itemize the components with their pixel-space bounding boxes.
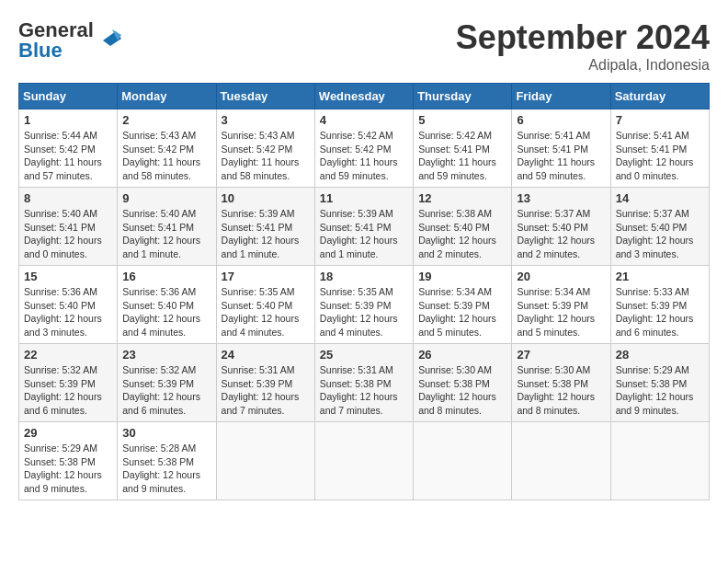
- day-info: Sunrise: 5:44 AM Sunset: 5:42 PM Dayligh…: [24, 130, 102, 181]
- table-row: 7 Sunrise: 5:41 AM Sunset: 5:41 PM Dayli…: [610, 109, 709, 188]
- month-title: September 2024: [456, 18, 710, 57]
- table-row: 19 Sunrise: 5:34 AM Sunset: 5:39 PM Dayl…: [414, 266, 512, 344]
- location: Adipala, Indonesia: [456, 57, 710, 74]
- table-row: [216, 422, 314, 500]
- day-number: 16: [122, 270, 210, 283]
- day-info: Sunrise: 5:28 AM Sunset: 5:38 PM Dayligh…: [122, 442, 200, 494]
- table-row: 6 Sunrise: 5:41 AM Sunset: 5:41 PM Dayli…: [512, 109, 610, 188]
- day-info: Sunrise: 5:35 AM Sunset: 5:39 PM Dayligh…: [320, 286, 398, 338]
- day-info: Sunrise: 5:43 AM Sunset: 5:42 PM Dayligh…: [222, 130, 300, 181]
- table-row: 14 Sunrise: 5:37 AM Sunset: 5:40 PM Dayl…: [610, 188, 709, 266]
- day-info: Sunrise: 5:41 AM Sunset: 5:41 PM Dayligh…: [616, 130, 694, 181]
- table-row: 2 Sunrise: 5:43 AM Sunset: 5:42 PM Dayli…: [118, 109, 216, 188]
- day-number: 25: [320, 348, 408, 362]
- day-info: Sunrise: 5:32 AM Sunset: 5:39 PM Dayligh…: [122, 364, 200, 416]
- table-row: 29 Sunrise: 5:29 AM Sunset: 5:38 PM Dayl…: [19, 422, 118, 500]
- table-row: 16 Sunrise: 5:36 AM Sunset: 5:40 PM Dayl…: [118, 266, 216, 344]
- day-number: 5: [418, 113, 506, 127]
- logo-text: GeneralBlue: [18, 18, 94, 63]
- table-row: 26 Sunrise: 5:30 AM Sunset: 5:38 PM Dayl…: [414, 344, 512, 422]
- table-row: 8 Sunrise: 5:40 AM Sunset: 5:41 PM Dayli…: [19, 188, 118, 266]
- header-wednesday: Wednesday: [314, 84, 413, 109]
- day-number: 13: [517, 191, 605, 205]
- table-row: [414, 422, 512, 500]
- table-row: 28 Sunrise: 5:29 AM Sunset: 5:38 PM Dayl…: [610, 344, 709, 422]
- day-info: Sunrise: 5:36 AM Sunset: 5:40 PM Dayligh…: [122, 286, 200, 338]
- day-number: 11: [320, 191, 408, 205]
- day-info: Sunrise: 5:39 AM Sunset: 5:41 PM Dayligh…: [320, 208, 398, 259]
- day-number: 3: [222, 113, 310, 127]
- day-info: Sunrise: 5:34 AM Sunset: 5:39 PM Dayligh…: [517, 286, 595, 338]
- day-number: 22: [24, 348, 112, 362]
- day-info: Sunrise: 5:29 AM Sunset: 5:38 PM Dayligh…: [616, 364, 694, 416]
- day-number: 1: [24, 113, 112, 127]
- day-number: 18: [320, 270, 408, 283]
- day-number: 14: [616, 191, 704, 205]
- table-row: 27 Sunrise: 5:30 AM Sunset: 5:38 PM Dayl…: [512, 344, 610, 422]
- table-row: 20 Sunrise: 5:34 AM Sunset: 5:39 PM Dayl…: [512, 266, 610, 344]
- day-info: Sunrise: 5:40 AM Sunset: 5:41 PM Dayligh…: [24, 208, 102, 259]
- day-info: Sunrise: 5:33 AM Sunset: 5:39 PM Dayligh…: [616, 286, 694, 338]
- table-row: 4 Sunrise: 5:42 AM Sunset: 5:42 PM Dayli…: [314, 109, 413, 188]
- day-info: Sunrise: 5:39 AM Sunset: 5:41 PM Dayligh…: [222, 208, 300, 259]
- day-number: 21: [616, 270, 704, 283]
- day-info: Sunrise: 5:35 AM Sunset: 5:40 PM Dayligh…: [222, 286, 300, 338]
- header-monday: Monday: [118, 84, 216, 109]
- table-row: [512, 422, 610, 500]
- calendar-table: Sunday Monday Tuesday Wednesday Thursday…: [18, 83, 710, 500]
- day-number: 29: [24, 426, 112, 440]
- day-number: 12: [418, 191, 506, 205]
- table-row: 10 Sunrise: 5:39 AM Sunset: 5:41 PM Dayl…: [216, 188, 314, 266]
- day-number: 23: [122, 348, 210, 362]
- table-row: 15 Sunrise: 5:36 AM Sunset: 5:40 PM Dayl…: [19, 266, 118, 344]
- day-number: 26: [418, 348, 506, 362]
- table-row: 11 Sunrise: 5:39 AM Sunset: 5:41 PM Dayl…: [314, 188, 413, 266]
- day-number: 10: [222, 191, 310, 205]
- header-tuesday: Tuesday: [216, 84, 314, 109]
- day-number: 30: [122, 426, 210, 440]
- day-number: 15: [24, 270, 112, 283]
- day-number: 7: [616, 113, 704, 127]
- day-info: Sunrise: 5:31 AM Sunset: 5:39 PM Dayligh…: [222, 364, 300, 416]
- table-row: 3 Sunrise: 5:43 AM Sunset: 5:42 PM Dayli…: [216, 109, 314, 188]
- day-info: Sunrise: 5:34 AM Sunset: 5:39 PM Dayligh…: [418, 286, 496, 338]
- day-info: Sunrise: 5:38 AM Sunset: 5:40 PM Dayligh…: [418, 208, 496, 259]
- day-info: Sunrise: 5:30 AM Sunset: 5:38 PM Dayligh…: [418, 364, 496, 416]
- day-info: Sunrise: 5:41 AM Sunset: 5:41 PM Dayligh…: [517, 130, 595, 181]
- day-info: Sunrise: 5:42 AM Sunset: 5:41 PM Dayligh…: [418, 130, 496, 181]
- day-number: 24: [222, 348, 310, 362]
- day-info: Sunrise: 5:29 AM Sunset: 5:38 PM Dayligh…: [24, 442, 102, 494]
- table-row: 1 Sunrise: 5:44 AM Sunset: 5:42 PM Dayli…: [19, 109, 118, 188]
- day-number: 9: [122, 191, 210, 205]
- table-row: [610, 422, 709, 500]
- table-row: 25 Sunrise: 5:31 AM Sunset: 5:38 PM Dayl…: [314, 344, 413, 422]
- day-number: 4: [320, 113, 408, 127]
- logo: GeneralBlue: [18, 18, 123, 63]
- day-info: Sunrise: 5:32 AM Sunset: 5:39 PM Dayligh…: [24, 364, 102, 416]
- day-info: Sunrise: 5:31 AM Sunset: 5:38 PM Dayligh…: [320, 364, 398, 416]
- page-header: GeneralBlue September 2024 Adipala, Indo…: [18, 18, 710, 74]
- table-row: 12 Sunrise: 5:38 AM Sunset: 5:40 PM Dayl…: [414, 188, 512, 266]
- day-number: 19: [418, 270, 506, 283]
- day-number: 8: [24, 191, 112, 205]
- header-thursday: Thursday: [414, 84, 512, 109]
- title-block: September 2024 Adipala, Indonesia: [456, 18, 710, 74]
- table-row: 5 Sunrise: 5:42 AM Sunset: 5:41 PM Dayli…: [414, 109, 512, 188]
- day-number: 6: [517, 113, 605, 127]
- table-row: 22 Sunrise: 5:32 AM Sunset: 5:39 PM Dayl…: [19, 344, 118, 422]
- day-number: 20: [517, 270, 605, 283]
- day-info: Sunrise: 5:40 AM Sunset: 5:41 PM Dayligh…: [122, 208, 200, 259]
- table-row: 18 Sunrise: 5:35 AM Sunset: 5:39 PM Dayl…: [314, 266, 413, 344]
- day-info: Sunrise: 5:42 AM Sunset: 5:42 PM Dayligh…: [320, 130, 398, 181]
- table-row: 21 Sunrise: 5:33 AM Sunset: 5:39 PM Dayl…: [610, 266, 709, 344]
- header-saturday: Saturday: [610, 84, 709, 109]
- table-row: 24 Sunrise: 5:31 AM Sunset: 5:39 PM Dayl…: [216, 344, 314, 422]
- table-row: 23 Sunrise: 5:32 AM Sunset: 5:39 PM Dayl…: [118, 344, 216, 422]
- day-number: 17: [222, 270, 310, 283]
- table-row: 30 Sunrise: 5:28 AM Sunset: 5:38 PM Dayl…: [118, 422, 216, 500]
- day-info: Sunrise: 5:37 AM Sunset: 5:40 PM Dayligh…: [616, 208, 694, 259]
- logo-icon: [96, 22, 123, 50]
- day-info: Sunrise: 5:30 AM Sunset: 5:38 PM Dayligh…: [517, 364, 595, 416]
- table-row: 17 Sunrise: 5:35 AM Sunset: 5:40 PM Dayl…: [216, 266, 314, 344]
- day-info: Sunrise: 5:43 AM Sunset: 5:42 PM Dayligh…: [122, 130, 200, 181]
